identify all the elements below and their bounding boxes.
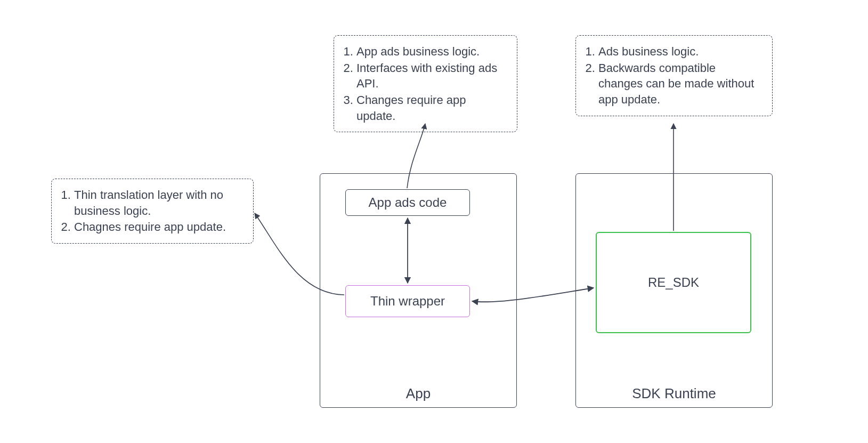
re-sdk-node: RE_SDK [596,232,751,333]
note-app-ads-code-item: Changes require app update. [356,92,507,124]
re-sdk-label: RE_SDK [648,275,699,290]
app-ads-code-label: App ads code [369,195,447,210]
note-app-ads-code-list: App ads business logic. Interfaces with … [344,44,507,124]
note-thin-wrapper-item: Thin translation layer with no business … [74,187,244,219]
note-re-sdk-item: Ads business logic. [598,44,762,60]
sdk-runtime-container-label: SDK Runtime [632,385,716,402]
note-re-sdk-list: Ads business logic. Backwards compatible… [586,44,762,108]
note-re-sdk: Ads business logic. Backwards compatible… [575,35,773,116]
note-app-ads-code: App ads business logic. Interfaces with … [334,35,517,132]
note-re-sdk-item: Backwards compatible changes can be made… [598,60,762,108]
note-app-ads-code-item: App ads business logic. [356,44,507,60]
note-app-ads-code-item: Interfaces with existing ads API. [356,60,507,92]
app-container-label: App [406,385,431,402]
app-ads-code-node: App ads code [345,189,470,216]
note-thin-wrapper: Thin translation layer with no business … [51,179,254,244]
note-thin-wrapper-item: Chagnes require app update. [74,219,244,235]
thin-wrapper-node: Thin wrapper [345,285,470,317]
thin-wrapper-label: Thin wrapper [370,294,445,309]
diagram-root: App SDK Runtime App ads code Thin wrappe… [0,0,868,443]
note-thin-wrapper-list: Thin translation layer with no business … [61,187,244,235]
